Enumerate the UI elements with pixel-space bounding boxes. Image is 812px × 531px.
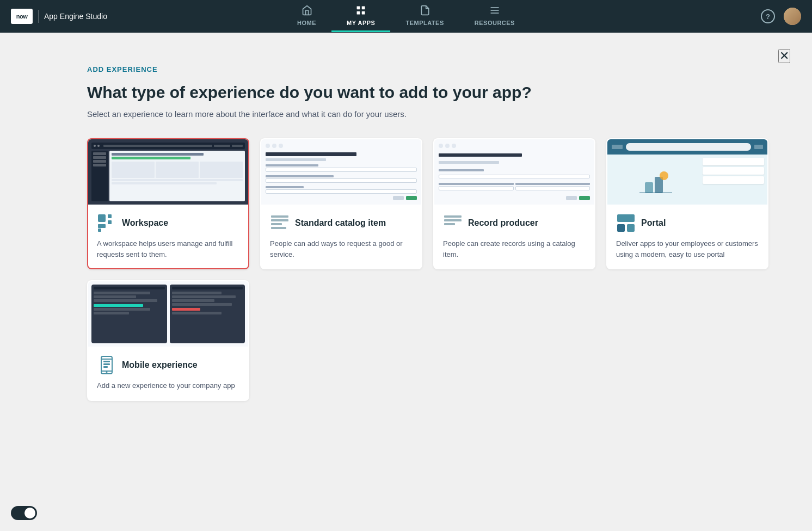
avatar-image bbox=[784, 8, 801, 25]
section-label: ADD EXPERIENCE bbox=[87, 65, 768, 73]
svg-rect-7 bbox=[98, 214, 106, 222]
svg-rect-19 bbox=[645, 182, 653, 193]
card-portal[interactable]: Portal Deliver apps to your employees or… bbox=[606, 138, 768, 269]
record-title: Record producer bbox=[468, 218, 538, 228]
nav-right: ? bbox=[761, 8, 801, 25]
mobile-description: Add a new experience to your company app bbox=[97, 380, 239, 391]
nav-item-home[interactable]: HOME bbox=[282, 1, 331, 32]
brand-divider bbox=[38, 10, 39, 23]
workspace-preview bbox=[88, 139, 248, 205]
home-icon bbox=[302, 5, 312, 17]
brand: now App Engine Studio bbox=[11, 9, 107, 24]
card-workspace[interactable]: Workspace A workspace helps users manage… bbox=[87, 138, 249, 269]
help-button[interactable]: ? bbox=[761, 9, 775, 23]
svg-rect-16 bbox=[444, 215, 462, 218]
svg-rect-29 bbox=[103, 361, 110, 362]
svg-rect-24 bbox=[617, 224, 625, 232]
card-standard-catalog[interactable]: Standard catalog item People can add way… bbox=[260, 138, 422, 269]
nav-center: HOME MY APPS TEMPLATES RESOURCES bbox=[282, 1, 530, 32]
workspace-title: Workspace bbox=[122, 218, 168, 228]
bottom-toggle-area bbox=[11, 506, 37, 520]
card-mobile[interactable]: Mobile experience Add a new experience t… bbox=[87, 280, 249, 401]
svg-point-32 bbox=[106, 372, 108, 373]
my-apps-icon bbox=[355, 5, 366, 17]
svg-rect-8 bbox=[108, 214, 112, 218]
app-title: App Engine Studio bbox=[44, 12, 107, 21]
record-description: People can create records using a catalo… bbox=[443, 238, 586, 260]
svg-rect-9 bbox=[108, 220, 112, 224]
mobile-title: Mobile experience bbox=[122, 360, 198, 370]
svg-rect-0 bbox=[357, 7, 360, 10]
page-subtitle: Select an experience to learn more about… bbox=[87, 109, 768, 119]
mobile-preview bbox=[88, 281, 248, 347]
templates-icon bbox=[420, 5, 430, 17]
svg-rect-3 bbox=[362, 11, 365, 15]
catalog-icon bbox=[270, 213, 290, 233]
svg-rect-2 bbox=[357, 11, 360, 15]
record-icon-title: Record producer bbox=[443, 213, 586, 233]
catalog-icon-title: Standard catalog item bbox=[270, 213, 413, 233]
record-preview bbox=[434, 139, 594, 205]
svg-rect-23 bbox=[617, 214, 635, 222]
svg-rect-17 bbox=[444, 219, 462, 221]
portal-card-body: Portal Deliver apps to your employees or… bbox=[607, 205, 767, 268]
mobile-icon-title: Mobile experience bbox=[97, 355, 239, 375]
catalog-preview bbox=[261, 139, 421, 205]
workspace-card-body: Workspace A workspace helps users manage… bbox=[88, 205, 248, 268]
nav-label-my-apps: MY APPS bbox=[347, 20, 375, 26]
workspace-description: A workspace helps users manage and fulfi… bbox=[97, 238, 239, 260]
toggle-knob bbox=[24, 508, 35, 518]
page-title: What type of experience do you want to a… bbox=[87, 83, 768, 102]
nav-item-templates[interactable]: TEMPLATES bbox=[390, 1, 459, 32]
nav-label-templates: TEMPLATES bbox=[405, 20, 444, 26]
nav-item-resources[interactable]: RESOURCES bbox=[459, 1, 530, 32]
svg-rect-31 bbox=[103, 366, 108, 368]
record-card-body: Record producer People can create record… bbox=[434, 205, 594, 268]
svg-rect-14 bbox=[271, 223, 282, 225]
catalog-description: People can add ways to request a good or… bbox=[270, 238, 413, 260]
svg-rect-11 bbox=[98, 229, 101, 232]
cards-row-2: Mobile experience Add a new experience t… bbox=[87, 280, 768, 401]
portal-icon-title: Portal bbox=[616, 213, 759, 233]
toggle-switch[interactable] bbox=[11, 506, 37, 520]
cards-row-1: Workspace A workspace helps users manage… bbox=[87, 138, 768, 269]
record-producer-icon bbox=[443, 213, 463, 233]
logo-text: now bbox=[16, 13, 28, 20]
svg-rect-15 bbox=[271, 227, 286, 229]
nav-item-my-apps[interactable]: MY APPS bbox=[331, 1, 390, 32]
nav-label-resources: RESOURCES bbox=[475, 20, 515, 26]
now-logo: now bbox=[11, 9, 33, 24]
nav-label-home: HOME bbox=[297, 20, 316, 26]
workspace-icon-title: Workspace bbox=[97, 213, 239, 233]
svg-rect-18 bbox=[444, 223, 455, 225]
mobile-icon bbox=[97, 355, 116, 375]
mobile-card-body: Mobile experience Add a new experience t… bbox=[88, 347, 248, 400]
svg-point-21 bbox=[660, 171, 668, 180]
svg-rect-10 bbox=[98, 224, 106, 228]
main-content: ✕ ADD EXPERIENCE What type of experience… bbox=[0, 33, 812, 531]
portal-description: Deliver apps to your employees or custom… bbox=[616, 238, 759, 260]
svg-rect-22 bbox=[639, 192, 672, 193]
catalog-title: Standard catalog item bbox=[295, 218, 386, 228]
portal-icon bbox=[616, 213, 636, 233]
svg-rect-12 bbox=[271, 215, 288, 218]
catalog-card-body: Standard catalog item People can add way… bbox=[261, 205, 421, 268]
portal-preview bbox=[607, 139, 767, 205]
svg-rect-30 bbox=[103, 363, 110, 365]
svg-rect-1 bbox=[362, 7, 365, 10]
resources-icon bbox=[489, 5, 500, 17]
portal-title: Portal bbox=[641, 218, 666, 228]
svg-rect-25 bbox=[627, 224, 635, 232]
top-navigation: now App Engine Studio HOME MY APPS TEMPL… bbox=[0, 0, 812, 33]
svg-rect-13 bbox=[271, 219, 288, 221]
workspace-icon bbox=[97, 213, 116, 233]
card-record-producer[interactable]: Record producer People can create record… bbox=[433, 138, 595, 269]
close-button[interactable]: ✕ bbox=[778, 49, 790, 63]
user-avatar[interactable] bbox=[784, 8, 801, 25]
